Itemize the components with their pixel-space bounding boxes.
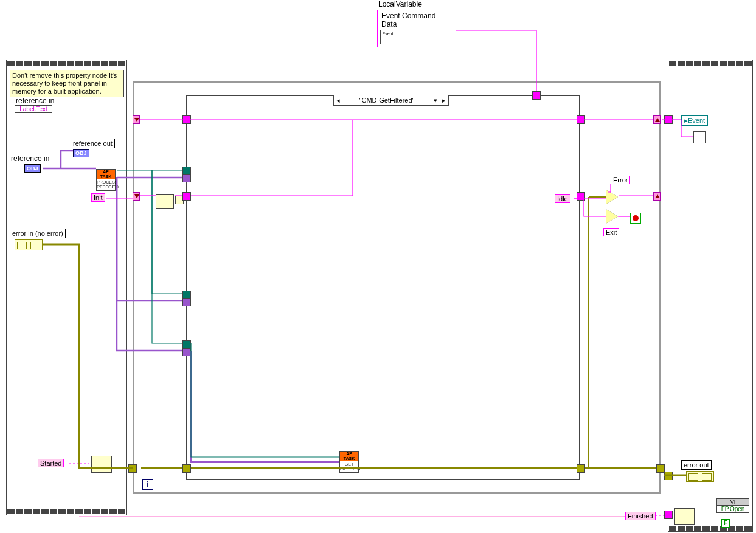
string-const-started[interactable]: Started [38,459,64,467]
localvar-name: Event Command Data [380,12,453,29]
tunnel-case-l2[interactable] [182,192,191,201]
property-node-label[interactable]: Label.Text [15,105,52,113]
propnode-row[interactable]: Label.Text [15,106,52,112]
error-in-terminal[interactable] [15,239,43,250]
property-node-fpopen[interactable]: VI FP.Open [716,498,749,513]
bool-const-false[interactable]: F [721,519,730,528]
string-const-error[interactable]: Error [611,176,630,184]
select-node-error[interactable] [606,190,618,204]
select-node-exit[interactable] [606,209,618,224]
reference-in-terminal[interactable]: OBJ [24,164,41,173]
tunnel-case-l1[interactable] [182,115,191,124]
case-selector[interactable]: ◂ "CMD-GetFiltered" ▾ ▸ [333,95,449,106]
subvi-hdr: AP TASK [97,170,115,179]
reference-out-label: reference out [71,139,115,148]
propnode2-hdr: VI [717,499,749,506]
tunnel-seq-err[interactable] [664,472,673,480]
propnode-ref-label: reference in [15,97,55,105]
localvar-title: LocalVariable [377,0,423,9]
tunnel-seq-event[interactable] [664,115,673,124]
tunnel-case-r2[interactable] [577,192,585,201]
tunnel-case-r1[interactable] [577,115,585,124]
string-const-finished[interactable]: Finished [625,512,656,520]
case-name[interactable]: "CMD-GetFiltered" [342,97,431,104]
invoke-node-finished[interactable] [674,508,695,525]
case-structure[interactable] [186,95,580,480]
tunnel-case-l8[interactable] [182,340,191,349]
tunnel-case-l4[interactable] [182,167,191,175]
string-const-exit[interactable]: Exit [603,228,619,236]
event-ind-text: Event [688,117,705,124]
event-indicator[interactable]: ▸Event [681,115,708,126]
stop-terminal[interactable] [630,213,641,224]
tunnel-error-right[interactable] [656,464,665,473]
left-sequence-frame[interactable] [6,60,127,515]
reference-in-label: reference in [10,154,50,163]
tunnel-case-l5[interactable] [182,298,191,306]
tunnel-seq-finished[interactable] [664,511,673,519]
reference-out-terminal[interactable]: OBJ [73,149,89,157]
iteration-terminal[interactable]: i [142,479,153,490]
comment-note: Don't remove this property node it's nec… [10,70,124,97]
shift-reg-left-1[interactable] [133,115,140,124]
tunnel-case-top[interactable] [532,91,541,100]
event-destroy-node[interactable] [693,131,706,143]
case-prev-arrow[interactable]: ◂ [334,97,342,105]
string-const-init[interactable]: Init [91,193,105,202]
subvi-txt-2: GET FILTERED [340,461,358,472]
stop-icon [633,215,639,221]
event-type-icon: Event [381,30,395,44]
case-dropdown-arrow[interactable]: ▾ [431,97,440,105]
tunnel-case-l7[interactable] [182,348,191,356]
case-next-arrow[interactable]: ▸ [440,97,448,105]
tunnel-case-l6[interactable] [182,291,191,299]
invoke-node-started[interactable] [91,456,112,473]
propnode2-row[interactable]: FP.Open [717,506,749,512]
bundle-node[interactable] [156,194,174,209]
tunnel-case-l3[interactable] [182,174,191,182]
subvi-get-filtered[interactable]: AP TASK GET FILTERED [339,451,359,473]
shift-reg-left-2[interactable] [133,192,140,201]
shift-reg-right-2[interactable] [653,192,661,201]
tunnel-case-r-err[interactable] [577,464,585,473]
error-out-terminal[interactable] [686,471,714,482]
string-const-idle[interactable]: Idle [555,194,570,203]
shift-reg-right-1[interactable] [653,115,661,124]
tunnel-error-left[interactable] [128,464,137,473]
error-in-label: error in (no error) [10,229,66,238]
localvar-terminal[interactable] [398,33,406,41]
subvi-process-repository[interactable]: AP TASK PROCESS REPOSITO [96,169,116,191]
local-variable[interactable]: Event Command Data Event [377,10,456,47]
subvi-txt: PROCESS REPOSITO [97,179,115,190]
subvi-hdr-2: AP TASK [340,452,358,461]
tunnel-case-l-err[interactable] [182,464,191,473]
error-out-label: error out [681,460,712,470]
